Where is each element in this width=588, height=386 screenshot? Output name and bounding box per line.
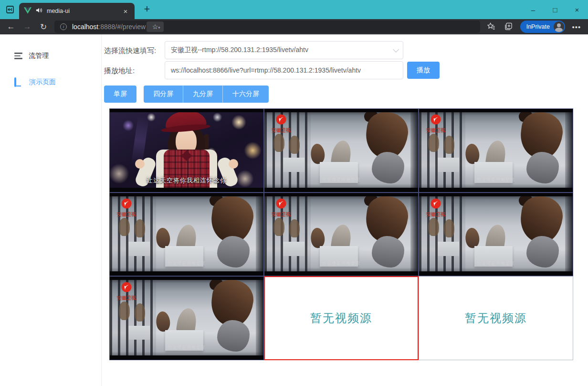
tv-video-frame: 安徽卫视 你觉得是用雕塑现 xyxy=(419,193,573,276)
tab-title: media-ui xyxy=(47,8,70,14)
profile-avatar-icon xyxy=(554,21,564,32)
video-player-1[interactable]: 让这天空将你我相连怀念你 xyxy=(109,108,264,193)
video-grid: 让这天空将你我相连怀念你 安徽卫视 你觉得是用雕塑现 xyxy=(109,108,573,360)
tv-video-frame: 安徽卫视 你觉得是用雕塑现 xyxy=(264,109,418,192)
tv-video-frame: 安徽卫视 你觉得是用雕塑现 xyxy=(264,193,418,276)
tv-video-frame: 安徽卫视 你觉得是用雕塑现 xyxy=(110,193,263,276)
sidebar-item-stream-manage[interactable]: 流管理 xyxy=(0,46,101,65)
nine-split-button[interactable]: 九分屏 xyxy=(183,86,222,103)
video-subtitle: 你觉得是用雕塑现 xyxy=(419,260,573,267)
video-player-9-no-source[interactable]: 暂无视频源 xyxy=(419,276,573,360)
tv-video-frame: 安徽卫视 你觉得是用雕塑现 xyxy=(110,277,263,360)
stream-select-row: 选择流快速填写: 安徽卫视--rtmp://58.200.131.2:1935/… xyxy=(104,41,588,59)
sixteen-split-button[interactable]: 十六分屏 xyxy=(222,86,269,103)
vertical-tabs-icon[interactable] xyxy=(5,4,15,15)
browser-titlebar: media-ui × + – □ × xyxy=(0,0,588,19)
video-player-6[interactable]: 安徽卫视 你觉得是用雕塑现 xyxy=(419,193,573,277)
add-favorite-icon[interactable]: ☆ + xyxy=(147,21,164,32)
play-address-row: 播放地址: ws://localhost:8866/live?url=rtmp:… xyxy=(104,61,588,79)
vue-logo-icon xyxy=(24,7,32,15)
video-subtitle: 让这天空将你我相连怀念你 xyxy=(110,176,263,185)
tab-close-icon[interactable]: × xyxy=(121,7,130,15)
video-subtitle: 你觉得是用雕塑现 xyxy=(264,177,418,183)
browser-toolbar: ← → ↻ i localhost:8888/#/preview ☆ + InP… xyxy=(0,19,588,34)
back-icon[interactable]: ← xyxy=(3,22,19,32)
tv-channel-name: 安徽卫视 xyxy=(426,127,445,134)
sidebar-item-label: 流管理 xyxy=(29,52,49,60)
browser-tab[interactable]: media-ui × xyxy=(19,3,135,19)
tv-channel-logo: 安徽卫视 xyxy=(117,198,136,218)
inprivate-badge[interactable]: InPrivate xyxy=(520,21,565,33)
tv-channel-name: 安徽卫视 xyxy=(117,295,136,301)
tv-channel-logo: 安徽卫视 xyxy=(426,198,445,218)
main-content: 选择流快速填写: 安徽卫视--rtmp://58.200.131.2:1935/… xyxy=(102,34,588,386)
sidebar-item-label: 演示页面 xyxy=(29,78,56,86)
play-address-input[interactable]: ws://localhost:8866/live?url=rtmp://58.2… xyxy=(165,61,403,79)
forward-icon: → xyxy=(19,22,35,32)
demo-page-icon xyxy=(14,78,23,86)
quad-split-button[interactable]: 四分屏 xyxy=(144,86,183,103)
url-path: :8888/#/preview xyxy=(98,23,146,31)
play-address-label: 播放地址: xyxy=(104,65,165,75)
sidebar: 流管理 演示页面 xyxy=(0,34,102,386)
stream-select-label: 选择流快速填写: xyxy=(104,45,165,55)
video-player-8-no-source-selected[interactable]: 暂无视频源 xyxy=(264,276,419,360)
tv-channel-name: 安徽卫视 xyxy=(272,127,291,134)
tv-channel-logo: 安徽卫视 xyxy=(272,114,291,134)
video-player-7[interactable]: 安徽卫视 你觉得是用雕塑现 xyxy=(109,276,264,360)
video-subtitle: 你觉得是用雕塑现 xyxy=(110,344,263,351)
address-bar[interactable]: i localhost:8888/#/preview ☆ + xyxy=(54,21,480,33)
video-subtitle: 你觉得是用雕塑现 xyxy=(110,260,263,267)
tab-audio-icon[interactable] xyxy=(36,7,42,15)
video-player-3[interactable]: 安徽卫视 你觉得是用雕塑现 xyxy=(419,108,573,193)
screen-layout-buttons: 单屏 四分屏 九分屏 十六分屏 xyxy=(104,86,588,103)
split-button-group: 四分屏 九分屏 十六分屏 xyxy=(144,86,269,103)
no-source-text: 暂无视频源 xyxy=(310,311,372,326)
tv-channel-name: 安徽卫视 xyxy=(426,211,445,218)
video-player-4[interactable]: 安徽卫视 你觉得是用雕塑现 xyxy=(109,193,264,277)
single-screen-button[interactable]: 单屏 xyxy=(104,86,136,103)
close-window-button[interactable]: × xyxy=(566,0,588,19)
tv-channel-logo: 安徽卫视 xyxy=(272,198,291,218)
window-controls: – □ × xyxy=(522,0,588,19)
url-host: localhost xyxy=(72,23,98,31)
tv-video-frame: 安徽卫视 你觉得是用雕塑现 xyxy=(419,109,573,192)
minimize-button[interactable]: – xyxy=(522,0,544,19)
video-subtitle: 你觉得是用雕塑现 xyxy=(264,260,418,267)
stream-manage-icon xyxy=(14,51,22,61)
music-video-frame: 让这天空将你我相连怀念你 xyxy=(110,109,263,192)
chevron-down-icon xyxy=(393,46,399,53)
tv-channel-logo: 安徽卫视 xyxy=(117,282,136,301)
tv-channel-logo: 安徽卫视 xyxy=(426,114,445,134)
play-button[interactable]: 播放 xyxy=(407,62,440,79)
favorites-bar-icon[interactable] xyxy=(483,22,500,32)
collections-icon[interactable] xyxy=(500,22,517,32)
video-subtitle: 你觉得是用雕塑现 xyxy=(419,177,573,183)
site-info-icon[interactable]: i xyxy=(60,23,67,30)
new-tab-button[interactable]: + xyxy=(140,2,154,16)
stream-select-dropdown[interactable]: 安徽卫视--rtmp://58.200.131.2:1935/livetv/ah… xyxy=(165,41,403,59)
tv-channel-name: 安徽卫视 xyxy=(117,211,136,218)
sidebar-item-demo-page[interactable]: 演示页面 xyxy=(0,73,101,91)
refresh-icon[interactable]: ↻ xyxy=(35,22,52,32)
tv-channel-name: 安徽卫视 xyxy=(272,211,291,218)
no-source-text: 暂无视频源 xyxy=(465,311,527,326)
play-address-value: ws://localhost:8866/live?url=rtmp://58.2… xyxy=(171,66,361,74)
video-player-2[interactable]: 安徽卫视 你觉得是用雕塑现 xyxy=(264,108,419,193)
maximize-button[interactable]: □ xyxy=(544,0,566,19)
app-page: 流管理 演示页面 选择流快速填写: 安徽卫视--rtmp://58.200.13… xyxy=(0,34,588,386)
more-menu-icon[interactable]: ••• xyxy=(568,23,585,31)
stream-select-value: 安徽卫视--rtmp://58.200.131.2:1935/livetv/ah… xyxy=(171,46,308,54)
video-player-5[interactable]: 安徽卫视 你觉得是用雕塑现 xyxy=(264,193,419,277)
